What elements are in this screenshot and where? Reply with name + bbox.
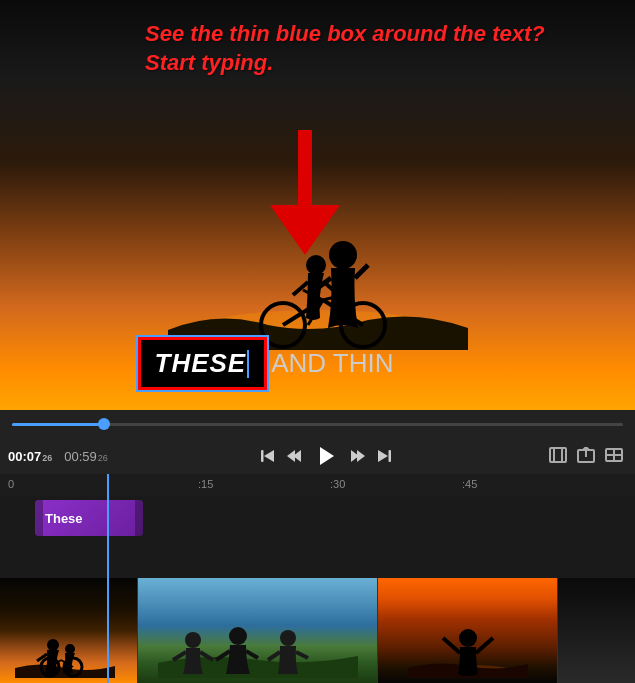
scrubber-fill	[12, 423, 104, 426]
svg-point-44	[229, 627, 247, 645]
ruler-mark-30: :30	[330, 478, 345, 490]
frame-back-button[interactable]	[283, 443, 309, 469]
video-track	[0, 578, 635, 683]
skip-back-icon	[259, 447, 277, 465]
export-icon	[577, 447, 595, 463]
frame-forward-button[interactable]	[343, 443, 369, 469]
scrubber-thumb[interactable]	[98, 418, 110, 430]
clip-handle-left[interactable]	[35, 500, 43, 536]
svg-rect-25	[550, 448, 566, 462]
svg-rect-16	[261, 450, 264, 462]
ruler-mark-15: :15	[198, 478, 213, 490]
thumbnail-3-silhouette	[408, 618, 528, 678]
video-thumbnail-2[interactable]	[138, 578, 378, 683]
svg-marker-23	[378, 450, 388, 462]
skip-forward-icon	[375, 447, 393, 465]
skip-forward-button[interactable]	[371, 443, 397, 469]
svg-marker-20	[320, 447, 334, 465]
scrubber-track[interactable]	[12, 423, 623, 426]
svg-rect-24	[389, 450, 392, 462]
frame-forward-icon	[347, 447, 365, 465]
clip-handle-right[interactable]	[135, 500, 143, 536]
instruction-text: See the thin blue box around the text? S…	[145, 20, 555, 77]
caption-remaining-text: AND THIN	[271, 348, 393, 379]
thumbnail-1-silhouette	[15, 623, 115, 678]
svg-marker-22	[357, 450, 365, 462]
settings-button[interactable]	[601, 443, 627, 470]
svg-point-47	[280, 630, 296, 646]
frame-back-icon	[287, 447, 305, 465]
red-arrow	[270, 130, 350, 260]
svg-marker-19	[287, 450, 295, 462]
svg-line-42	[173, 652, 186, 660]
video-thumbnail-4[interactable]	[558, 578, 635, 683]
timeline-ruler: 0 :15 :30 :45	[0, 474, 635, 496]
svg-marker-15	[270, 205, 340, 255]
current-time-display: 00:0726	[8, 449, 52, 464]
play-button[interactable]	[311, 441, 341, 471]
svg-line-10	[355, 265, 368, 278]
settings-icon	[605, 447, 623, 463]
text-clip-label: These	[45, 511, 83, 526]
video-thumbnail-1[interactable]	[0, 578, 138, 683]
ruler-mark-0: 0	[8, 478, 14, 490]
fit-screen-button[interactable]	[545, 443, 571, 470]
text-caption-selected-box[interactable]: THESE	[138, 337, 268, 390]
svg-point-41	[185, 632, 201, 648]
video-preview: See the thin blue box around the text? S…	[0, 0, 635, 410]
thumbnail-2-silhouette	[158, 618, 358, 678]
export-button[interactable]	[573, 443, 599, 470]
svg-point-51	[459, 629, 477, 647]
svg-line-46	[246, 651, 258, 658]
svg-marker-17	[264, 450, 274, 462]
text-track: These	[0, 496, 635, 540]
play-icon	[315, 445, 337, 467]
text-cursor	[247, 350, 249, 378]
svg-point-34	[47, 639, 59, 651]
scrubber-bar[interactable]	[0, 410, 635, 438]
svg-point-36	[65, 644, 75, 654]
ruler-mark-45: :45	[462, 478, 477, 490]
video-thumbnail-3[interactable]	[378, 578, 558, 683]
total-time-display: 00:5926	[64, 449, 108, 464]
skip-back-button[interactable]	[255, 443, 281, 469]
controls-bar: 00:0726 00:5926	[0, 438, 635, 474]
caption-selected-word: THESE	[155, 348, 247, 379]
svg-line-49	[296, 652, 308, 658]
fit-screen-icon	[549, 447, 567, 463]
playhead-line[interactable]	[107, 474, 109, 683]
text-clip[interactable]: These	[35, 500, 143, 536]
text-caption-area: THESE AND THIN	[138, 337, 498, 390]
svg-line-52	[443, 638, 460, 653]
svg-line-53	[476, 638, 493, 653]
svg-line-48	[268, 652, 280, 660]
